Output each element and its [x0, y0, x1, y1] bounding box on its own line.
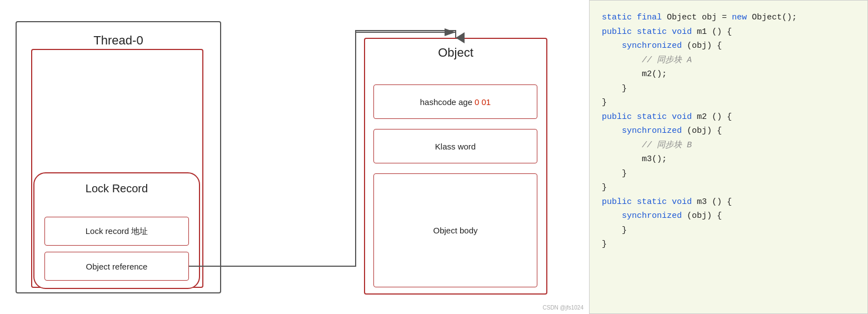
code-panel: static final Object obj = new Object(); … — [589, 0, 868, 314]
code-line-13: } — [602, 181, 855, 195]
code-line-8: public static void m2 () { — [602, 110, 855, 124]
diagram-area: Thread-0 Lock Record Lock record 地址 Obje… — [0, 0, 589, 314]
klass-word-text: Klass word — [435, 142, 476, 151]
object-body-text: Object body — [433, 226, 477, 235]
code-line-2: public static void m1 () { — [602, 25, 855, 39]
object-body-box: Object body — [373, 173, 537, 287]
code-line-10: // 同步块 B — [602, 138, 855, 153]
code-line-1: static final Object obj = new Object(); — [602, 11, 855, 25]
object-reference-box: Object reference — [44, 252, 189, 281]
watermark: CSDN @jfs1024 — [542, 305, 583, 311]
code-line-14: public static void m3 () { — [602, 195, 855, 210]
thread-label: Thread-0 — [16, 21, 221, 48]
hashcode-box: hashcode age 0 01 — [373, 84, 537, 119]
hashcode-text: hashcode age — [420, 97, 472, 107]
code-line-15: synchronized (obj) { — [602, 209, 855, 223]
code-line-9: synchronized (obj) { — [602, 124, 855, 138]
lock-record-label: Lock Record — [33, 177, 200, 195]
klass-word-box: Klass word — [373, 129, 537, 163]
code-line-18: } — [602, 237, 855, 252]
code-line-6: } — [602, 82, 855, 96]
lock-record-addr-text: Lock record 地址 — [86, 226, 148, 237]
object-label: Object — [364, 38, 547, 60]
code-line-5: m2(); — [602, 67, 855, 82]
lock-record-addr-box: Lock record 地址 — [44, 217, 189, 246]
object-reference-text: Object reference — [86, 262, 148, 271]
code-line-4: // 同步块 A — [602, 53, 855, 68]
code-line-11: m3(); — [602, 152, 855, 167]
hashcode-red-text: 0 01 — [475, 97, 491, 107]
code-line-17: } — [602, 223, 855, 238]
code-line-7: } — [602, 96, 855, 110]
code-line-3: synchronized (obj) { — [602, 39, 855, 53]
code-line-12: } — [602, 167, 855, 181]
